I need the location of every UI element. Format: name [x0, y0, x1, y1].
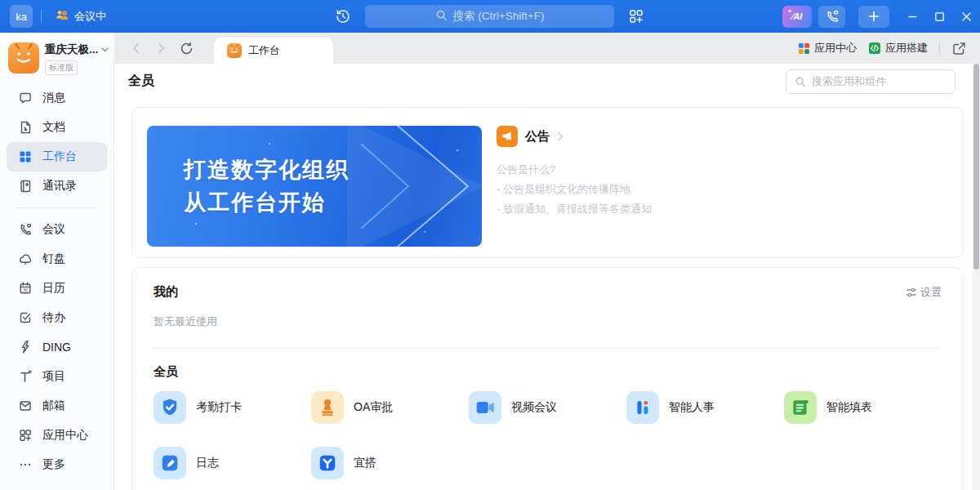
window-maximize-button[interactable] — [926, 0, 953, 33]
menu-divider — [16, 207, 97, 208]
org-name: 重庆天极... — [45, 42, 98, 57]
announcement-card: 打造数字化组织 从工作台开始 公告 — [131, 107, 964, 258]
window-minimize-button[interactable] — [899, 0, 926, 33]
sidebar-item-meeting[interactable]: 会议 — [7, 215, 107, 244]
meeting-status-button[interactable]: 会议中 — [50, 5, 111, 28]
meeting-status-label: 会议中 — [74, 9, 106, 24]
tab-workbench[interactable]: 工作台 — [214, 38, 333, 64]
chat-icon — [18, 91, 33, 105]
chevron-right-icon — [557, 131, 564, 141]
minimize-icon — [907, 11, 918, 22]
announcement-body: 公告是什么? - 公告是组织文化的传播阵地 - 放假通知、喜报战报等各类通知 — [497, 160, 652, 219]
sparkle-icon: ✦ — [787, 8, 792, 15]
sidebar-item-docs[interactable]: 文档 — [7, 113, 107, 142]
hr-icon — [626, 391, 659, 424]
yida-icon — [311, 447, 344, 479]
scrollbar-thumb[interactable] — [973, 64, 979, 270]
sidebar-item-drive[interactable]: 钉盘 — [7, 244, 107, 274]
org-selector[interactable]: 重庆天极... 标准版 — [0, 33, 114, 75]
app-log[interactable]: 日志 — [154, 447, 311, 479]
dingtalk-tab-icon — [227, 43, 242, 58]
divider — [154, 348, 942, 349]
org-logo-icon — [8, 42, 39, 74]
sidebar-item-ding[interactable]: DING — [7, 332, 107, 362]
sidebar-item-workbench[interactable]: 工作台 — [7, 142, 107, 172]
refresh-button[interactable] — [179, 41, 194, 56]
sidebar-item-more[interactable]: 更多 — [7, 450, 107, 479]
app-search-placeholder: 搜索应用和组件 — [812, 74, 886, 89]
sidebar-item-todo[interactable]: 待办 — [7, 303, 107, 332]
announcement-title: 公告 — [525, 129, 550, 145]
tab-bar: 工作台 应用中心 应用搭建 — [115, 33, 980, 64]
close-icon — [961, 11, 972, 22]
code-icon — [868, 42, 881, 55]
colored-grid-icon — [798, 42, 810, 55]
maximize-icon — [934, 11, 945, 22]
settings-button[interactable]: 设置 — [906, 285, 942, 300]
document-icon — [18, 120, 33, 135]
app-video-meeting[interactable]: 视频会议 — [469, 391, 626, 424]
apps-card: 我的 设置 暂无最近使用 全员 — [131, 267, 964, 490]
app-builder-link[interactable]: 应用搭建 — [868, 41, 928, 56]
contacts-icon — [18, 179, 33, 194]
search-icon — [795, 76, 806, 87]
workbench-main: 全员 搜索应用和组件 打造数字化组织 — [115, 64, 980, 490]
todo-check-icon — [18, 310, 33, 325]
open-external-button[interactable] — [951, 41, 967, 56]
org-edition-badge: 标准版 — [45, 60, 78, 75]
sidebar-item-mail[interactable]: 邮箱 — [7, 391, 107, 421]
app-smart-hr[interactable]: 智能人事 — [626, 391, 784, 424]
history-button[interactable] — [332, 6, 354, 27]
lightning-icon — [18, 340, 33, 354]
log-pencil-icon — [154, 447, 186, 479]
app-yida[interactable]: 宜搭 — [311, 447, 469, 479]
announcement-header[interactable]: 公告 — [497, 126, 652, 147]
app-smart-form[interactable]: 智能填表 — [784, 391, 942, 424]
sidebar-item-app-center[interactable]: 应用中心 — [7, 421, 107, 450]
video-camera-icon — [469, 391, 501, 424]
workbench-grid-icon — [18, 149, 33, 164]
sidebar-item-projects[interactable]: 项目 — [7, 362, 107, 391]
divider — [41, 10, 42, 23]
window-close-button[interactable] — [953, 0, 980, 33]
page-title: 全员 — [128, 73, 154, 90]
sliders-icon — [906, 287, 917, 298]
recent-empty-text: 暂无最近使用 — [154, 314, 942, 329]
app-oa-approval[interactable]: OA审批 — [311, 391, 469, 424]
sidebar-item-contacts[interactable]: 通讯录 — [7, 172, 107, 201]
all-section-title: 全员 — [154, 364, 942, 380]
banner-text: 打造数字化组织 从工作台开始 — [184, 154, 350, 219]
sidebar-item-messages[interactable]: 消息 — [7, 83, 107, 113]
ai-label: ⁄AI — [792, 11, 803, 21]
new-button[interactable] — [858, 6, 889, 28]
global-search-placeholder: 搜索 (Ctrl+Shift+F) — [453, 9, 545, 24]
phone-video-icon — [825, 9, 840, 24]
mail-icon — [18, 399, 33, 413]
calendar-icon: 30 — [18, 281, 33, 296]
nav-forward-button[interactable] — [154, 42, 167, 55]
app-center-icon — [18, 428, 33, 443]
sidebar-menu: 消息 文档 工作台 通讯录 — [0, 83, 114, 479]
workbench-banner[interactable]: 打造数字化组织 从工作台开始 — [147, 126, 482, 247]
phone-icon — [18, 222, 33, 237]
chevron-down-icon — [101, 47, 109, 52]
cloud-icon — [18, 252, 33, 266]
divider — [939, 42, 940, 54]
search-icon — [435, 9, 448, 24]
mini-apps-icon[interactable] — [626, 6, 647, 27]
app-center-link[interactable]: 应用中心 — [798, 41, 857, 56]
ai-assistant-button[interactable]: ✦ ⁄AI — [782, 6, 812, 28]
stamp-icon — [311, 391, 344, 424]
app-search-input[interactable]: 搜索应用和组件 — [786, 69, 956, 94]
global-search-input[interactable]: 搜索 (Ctrl+Shift+F) — [365, 5, 614, 28]
app-attendance[interactable]: 考勤打卡 — [154, 391, 311, 424]
nav-back-button[interactable] — [130, 42, 143, 55]
call-button[interactable] — [818, 6, 845, 28]
form-icon — [784, 391, 817, 424]
sidebar-item-calendar[interactable]: 30 日历 — [7, 274, 107, 303]
more-dots-icon — [18, 457, 33, 472]
megaphone-icon — [497, 126, 518, 147]
svg-text:30: 30 — [23, 287, 28, 292]
workspace-badge[interactable]: ka — [10, 5, 33, 28]
project-icon — [18, 369, 33, 384]
